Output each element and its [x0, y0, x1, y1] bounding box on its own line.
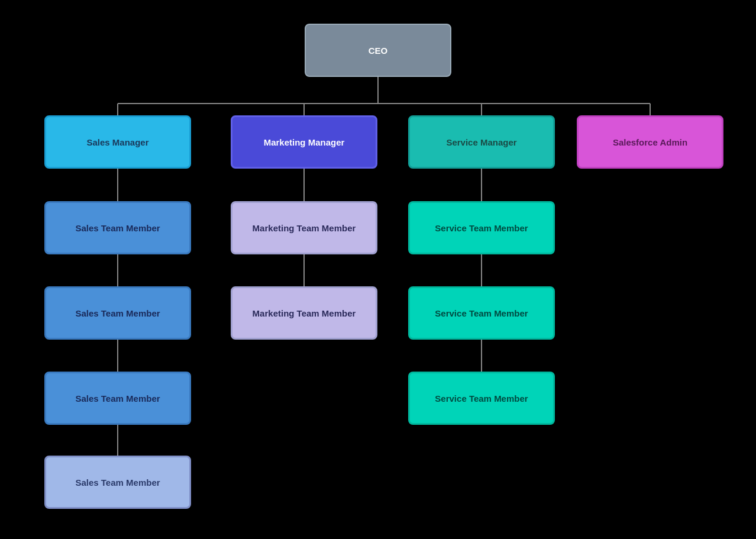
marketing-team-2-node[interactable]: Marketing Team Member: [231, 286, 377, 340]
sales-team-1-node[interactable]: Sales Team Member: [44, 201, 191, 254]
service-team-3-label: Service Team Member: [435, 393, 528, 404]
sales-team-2-label: Sales Team Member: [75, 308, 160, 318]
sales-team-4-label: Sales Team Member: [75, 477, 160, 488]
marketing-team-1-label: Marketing Team Member: [253, 223, 356, 233]
service-team-2-label: Service Team Member: [435, 308, 528, 318]
service-team-3-node[interactable]: Service Team Member: [408, 372, 555, 425]
service-team-2-node[interactable]: Service Team Member: [408, 286, 555, 340]
service-manager-node[interactable]: Service Manager: [408, 115, 555, 169]
service-manager-label: Service Manager: [446, 137, 516, 147]
sales-manager-node[interactable]: Sales Manager: [44, 115, 191, 169]
ceo-label: CEO: [369, 46, 388, 56]
salesforce-admin-node[interactable]: Salesforce Admin: [577, 115, 723, 169]
service-team-1-node[interactable]: Service Team Member: [408, 201, 555, 254]
sales-manager-label: Sales Manager: [86, 137, 148, 147]
marketing-team-2-label: Marketing Team Member: [253, 308, 356, 318]
sales-team-3-label: Sales Team Member: [75, 393, 160, 404]
sales-team-3-node[interactable]: Sales Team Member: [44, 372, 191, 425]
sales-team-4-node[interactable]: Sales Team Member: [44, 456, 191, 509]
marketing-manager-label: Marketing Manager: [264, 137, 345, 147]
marketing-manager-node[interactable]: Marketing Manager: [231, 115, 377, 169]
sales-team-1-label: Sales Team Member: [75, 223, 160, 233]
service-team-1-label: Service Team Member: [435, 223, 528, 233]
org-chart: CEO Sales Manager Marketing Manager Serv…: [0, 0, 756, 539]
marketing-team-1-node[interactable]: Marketing Team Member: [231, 201, 377, 254]
ceo-node[interactable]: CEO: [305, 24, 451, 77]
sales-team-2-node[interactable]: Sales Team Member: [44, 286, 191, 340]
salesforce-admin-label: Salesforce Admin: [613, 137, 687, 147]
